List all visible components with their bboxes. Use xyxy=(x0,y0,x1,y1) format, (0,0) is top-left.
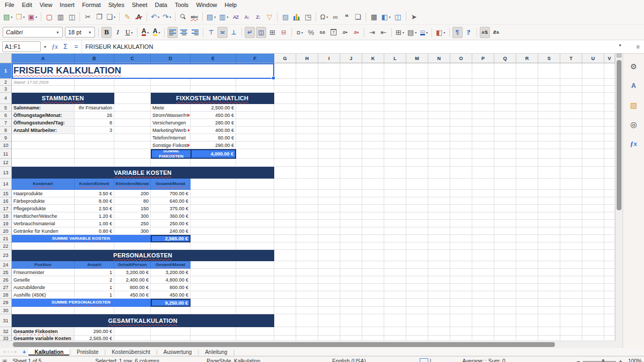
cell-M12[interactable] xyxy=(406,159,428,167)
cell-V12[interactable] xyxy=(604,159,615,167)
cell-U4[interactable] xyxy=(582,93,604,104)
cell-G10[interactable] xyxy=(274,142,296,149)
cell-O13[interactable] xyxy=(450,167,472,179)
cell-N10[interactable] xyxy=(428,142,450,149)
cell-H21[interactable] xyxy=(296,235,318,242)
cell-P17[interactable] xyxy=(472,205,494,212)
cell-E6[interactable]: 450.00 € xyxy=(191,112,236,119)
cell-K24[interactable] xyxy=(362,261,384,269)
cell-N2[interactable] xyxy=(428,79,450,86)
cell-T8[interactable] xyxy=(560,127,582,134)
cell-L21[interactable] xyxy=(384,235,406,242)
cell-J15[interactable] xyxy=(340,190,362,197)
cell-M8[interactable] xyxy=(406,127,428,134)
cell-R22[interactable] xyxy=(516,242,538,250)
cell-D2[interactable] xyxy=(151,79,191,86)
cell-P21[interactable] xyxy=(472,235,494,242)
cell-G18[interactable] xyxy=(274,212,296,220)
cell-I1[interactable] xyxy=(318,63,340,79)
cell-U28[interactable] xyxy=(582,291,604,299)
add-decimal-button[interactable]: .0+ xyxy=(340,27,350,38)
cell-N6[interactable] xyxy=(428,112,450,119)
sheet-tab-anleitung[interactable]: Anleitung xyxy=(199,348,233,356)
cell-L33[interactable] xyxy=(384,336,406,341)
cell-P2[interactable] xyxy=(472,79,494,86)
cell-M30[interactable] xyxy=(406,307,428,314)
cell-T17[interactable] xyxy=(560,205,582,212)
column-header-L[interactable]: L xyxy=(384,54,406,63)
cell-U31[interactable] xyxy=(582,314,604,327)
cell-F25[interactable] xyxy=(236,269,274,276)
cell-O27[interactable] xyxy=(450,284,472,291)
cell-G8[interactable] xyxy=(274,127,296,134)
cell-Q13[interactable] xyxy=(494,167,516,179)
cell-A1[interactable]: FRISEUR KALKULATION xyxy=(12,63,274,79)
cell-F6[interactable] xyxy=(236,112,274,119)
cell-N31[interactable] xyxy=(428,314,450,327)
cell-O25[interactable] xyxy=(450,269,472,276)
cell-L5[interactable] xyxy=(384,104,406,112)
cell-T26[interactable] xyxy=(560,276,582,284)
cell-A5[interactable]: Salonname: xyxy=(12,104,75,112)
align-center-button[interactable] xyxy=(179,27,189,38)
cell-V14[interactable] xyxy=(604,179,615,190)
cell-E25[interactable] xyxy=(191,269,236,276)
cell-T3[interactable] xyxy=(560,86,582,93)
column-header-U[interactable]: U xyxy=(582,54,604,63)
cell-H23[interactable] xyxy=(296,250,318,261)
cell-K21[interactable] xyxy=(362,235,384,242)
cell-G26[interactable] xyxy=(274,276,296,284)
cell-O17[interactable] xyxy=(450,205,472,212)
cell-G17[interactable] xyxy=(274,205,296,212)
border-style-button[interactable]: ▤▾ xyxy=(406,27,418,38)
cell-V10[interactable] xyxy=(604,142,615,149)
cell-K6[interactable] xyxy=(362,112,384,119)
cell-T30[interactable] xyxy=(560,307,582,314)
cell-V8[interactable] xyxy=(604,127,615,134)
cell-E22[interactable] xyxy=(191,242,236,250)
cell-E12[interactable] xyxy=(191,159,236,167)
cell-S33[interactable] xyxy=(538,336,560,341)
font-name-combo[interactable]: Calibri▼ xyxy=(3,27,63,38)
cell-U22[interactable] xyxy=(582,242,604,250)
cell-M20[interactable] xyxy=(406,227,428,235)
cell-C3[interactable] xyxy=(114,86,151,93)
cell-E14[interactable] xyxy=(191,179,236,190)
cell-F28[interactable] xyxy=(236,291,274,299)
cell-O22[interactable] xyxy=(450,242,472,250)
cell-L12[interactable] xyxy=(384,159,406,167)
cell-R20[interactable] xyxy=(516,227,538,235)
column-header-N[interactable]: N xyxy=(428,54,450,63)
cell-Q22[interactable] xyxy=(494,242,516,250)
cell-G29[interactable] xyxy=(274,299,296,307)
cell-O10[interactable] xyxy=(450,142,472,149)
cell-N15[interactable] xyxy=(428,190,450,197)
zoom-in-button[interactable]: + xyxy=(619,358,622,362)
cell-A18[interactable]: Handtücher/Wäsche xyxy=(12,212,75,220)
cell-K33[interactable] xyxy=(362,336,384,341)
cell-G3[interactable] xyxy=(274,86,296,93)
cell-E33[interactable] xyxy=(191,336,236,341)
cell-J13[interactable] xyxy=(340,167,362,179)
cell-T25[interactable] xyxy=(560,269,582,276)
cell-S7[interactable] xyxy=(538,119,560,127)
cell-R27[interactable] xyxy=(516,284,538,291)
format-currency-button[interactable]: ¤▾ xyxy=(295,27,305,38)
cell-N30[interactable] xyxy=(428,307,450,314)
cell-Q9[interactable] xyxy=(494,134,516,142)
format-percent-button[interactable]: % xyxy=(306,27,316,38)
cell-P15[interactable] xyxy=(472,190,494,197)
cell-M10[interactable] xyxy=(406,142,428,149)
cell-I33[interactable] xyxy=(318,336,340,341)
cell-V22[interactable] xyxy=(604,242,615,250)
zoom-slider-knob[interactable] xyxy=(602,359,604,362)
cell-H14[interactable] xyxy=(296,179,318,190)
cell-L4[interactable] xyxy=(384,93,406,104)
cell-A16[interactable]: Färbeprodukte xyxy=(12,197,75,205)
cell-J28[interactable] xyxy=(340,291,362,299)
cell-A4[interactable]: STAMMDATEN xyxy=(12,93,114,104)
column-header-J[interactable]: J xyxy=(340,54,362,63)
cell-Q17[interactable] xyxy=(494,205,516,212)
cell-I2[interactable] xyxy=(318,79,340,86)
cell-S16[interactable] xyxy=(538,197,560,205)
